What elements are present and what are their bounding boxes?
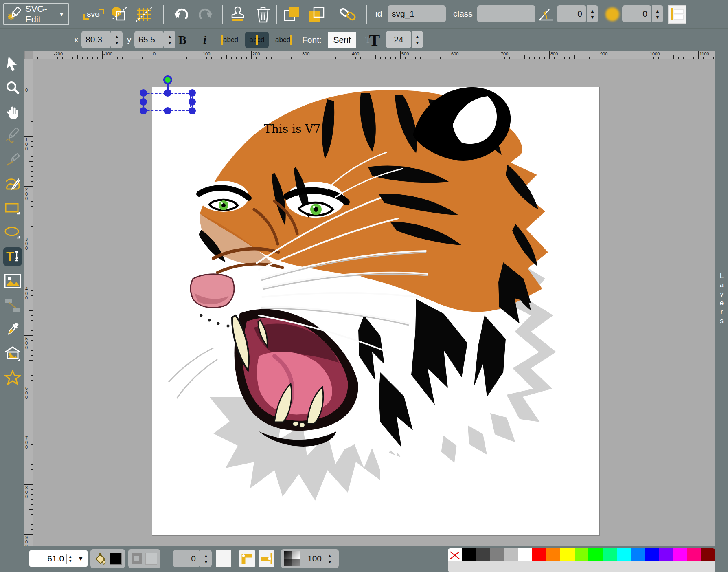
stroke-color-control[interactable] (128, 549, 160, 568)
color-swatch[interactable] (603, 548, 617, 561)
font-size-spinner[interactable]: ▲ ▼ (412, 31, 423, 48)
tool-image[interactable] (3, 272, 22, 290)
spinner-up-icon[interactable]: ▲ (168, 35, 172, 39)
stroke-dash-select[interactable]: — (216, 550, 231, 567)
color-swatch[interactable] (476, 548, 490, 561)
clone-button[interactable] (228, 4, 248, 24)
color-swatch[interactable] (518, 548, 532, 561)
tool-path[interactable] (3, 175, 22, 194)
element-id-input[interactable] (388, 5, 446, 22)
layers-panel-toggle[interactable]: Layers (715, 51, 728, 546)
canvas-text-element[interactable]: This is V7 (264, 122, 320, 136)
color-swatch[interactable] (462, 548, 476, 561)
spinner-down-icon[interactable]: ▼ (415, 41, 420, 45)
spinner-up-icon[interactable]: ▲ (115, 35, 119, 39)
spinner-up-icon[interactable]: ▲ (590, 9, 595, 13)
angle-spinner[interactable]: ▲ ▼ (587, 5, 598, 22)
zoom-control[interactable]: 61.0 ▲▼ ▼ (29, 550, 88, 567)
color-swatch[interactable] (532, 548, 546, 561)
tool-shape-library[interactable] (3, 344, 22, 363)
color-swatch[interactable] (490, 548, 504, 561)
opacity-control[interactable]: 100 ▲▼ (281, 549, 339, 568)
selection-handle-se[interactable] (189, 107, 196, 114)
bold-button[interactable]: B (174, 32, 191, 48)
tool-pan[interactable] (3, 103, 22, 121)
rotate-handle[interactable] (163, 75, 172, 84)
selection-handle-n[interactable] (164, 89, 171, 97)
text-anchor-start-button[interactable]: abcd (218, 32, 241, 48)
italic-button[interactable]: i (197, 32, 212, 48)
fill-color-control[interactable] (90, 549, 125, 568)
color-swatch[interactable] (659, 548, 673, 561)
blur-spinner[interactable]: ▲ ▼ (652, 5, 663, 22)
selection-handle-ne[interactable] (189, 89, 196, 97)
spinner-up-icon[interactable]: ▲ (656, 9, 660, 13)
font-family-button[interactable]: Serif (328, 32, 356, 48)
color-none-swatch[interactable] (448, 548, 462, 561)
workspace[interactable]: This is V7 (33, 59, 715, 546)
color-swatch[interactable] (687, 548, 702, 561)
linejoin-button[interactable] (239, 550, 255, 567)
y-coordinate-input[interactable] (134, 31, 164, 48)
align-left-button[interactable] (668, 5, 686, 24)
color-swatch[interactable] (617, 548, 631, 561)
move-to-top-button[interactable] (282, 4, 301, 24)
color-swatch[interactable] (575, 548, 589, 561)
fill-color-swatch[interactable] (110, 553, 122, 565)
x-coordinate-input[interactable] (81, 31, 111, 48)
spinner-down-icon[interactable]: ▼ (115, 41, 119, 45)
selection-handle-e[interactable] (189, 98, 196, 106)
zoom-spinner[interactable]: ▲▼ (66, 554, 74, 564)
color-swatch[interactable] (645, 548, 659, 561)
spinner-up-icon[interactable]: ▲ (415, 35, 420, 39)
stroke-width-spinner[interactable]: ▲ ▼ (200, 550, 212, 567)
tool-eyedropper[interactable] (3, 320, 22, 339)
tool-select[interactable] (3, 54, 22, 73)
element-class-input[interactable] (477, 5, 535, 22)
spinner-down-icon[interactable]: ▼ (590, 15, 595, 19)
selection-handle-w[interactable] (140, 98, 147, 106)
text-anchor-end-button[interactable]: abcd (272, 32, 296, 48)
spinner-down-icon[interactable]: ▼ (204, 560, 208, 564)
tool-rect[interactable] (3, 199, 22, 218)
editor-preferences-button[interactable] (134, 4, 154, 24)
x-spinner[interactable]: ▲ ▼ (111, 31, 123, 48)
main-menu-button[interactable]: SVG-Edit ▼ (3, 3, 69, 25)
color-swatch[interactable] (546, 548, 561, 561)
svg-canvas[interactable]: This is V7 (152, 87, 600, 536)
color-swatch[interactable] (504, 548, 518, 561)
stroke-color-swatch[interactable] (145, 553, 157, 565)
spinner-up-icon[interactable]: ▲ (204, 554, 208, 558)
font-size-input[interactable] (386, 31, 411, 48)
document-properties-button[interactable] (109, 4, 129, 24)
y-spinner[interactable]: ▲ ▼ (164, 31, 175, 48)
delete-button[interactable] (253, 4, 273, 24)
color-swatch[interactable] (673, 548, 687, 561)
redo-button[interactable] (196, 4, 216, 24)
tool-star[interactable] (3, 368, 22, 387)
selection-handle-sw[interactable] (140, 107, 147, 114)
stroke-width-input[interactable] (173, 550, 200, 567)
undo-button[interactable] (171, 4, 191, 24)
tool-text[interactable]: T (3, 247, 22, 266)
selection-handle-s[interactable] (164, 107, 171, 114)
ruler-label: 0 (25, 88, 28, 92)
source-editor-button[interactable]: SVG (83, 4, 103, 24)
color-swatch[interactable] (631, 548, 645, 561)
zoom-dropdown-icon[interactable]: ▼ (74, 555, 88, 562)
opacity-spinner[interactable]: ▲▼ (324, 550, 335, 567)
color-swatch[interactable] (588, 548, 603, 561)
spinner-down-icon[interactable]: ▼ (656, 15, 660, 19)
color-swatch[interactable] (701, 548, 715, 561)
text-anchor-middle-button[interactable]: abcd (245, 32, 269, 48)
blur-input[interactable] (622, 5, 651, 22)
tool-zoom[interactable] (3, 78, 22, 97)
move-to-bottom-button[interactable] (307, 4, 327, 24)
make-link-button[interactable] (338, 4, 357, 24)
color-swatch[interactable] (560, 548, 575, 561)
spinner-down-icon[interactable]: ▼ (168, 41, 172, 45)
selection-handle-nw[interactable] (140, 89, 147, 97)
tool-ellipse[interactable] (3, 223, 22, 242)
rotation-angle-input[interactable] (557, 5, 586, 22)
linecap-button[interactable] (259, 550, 274, 567)
